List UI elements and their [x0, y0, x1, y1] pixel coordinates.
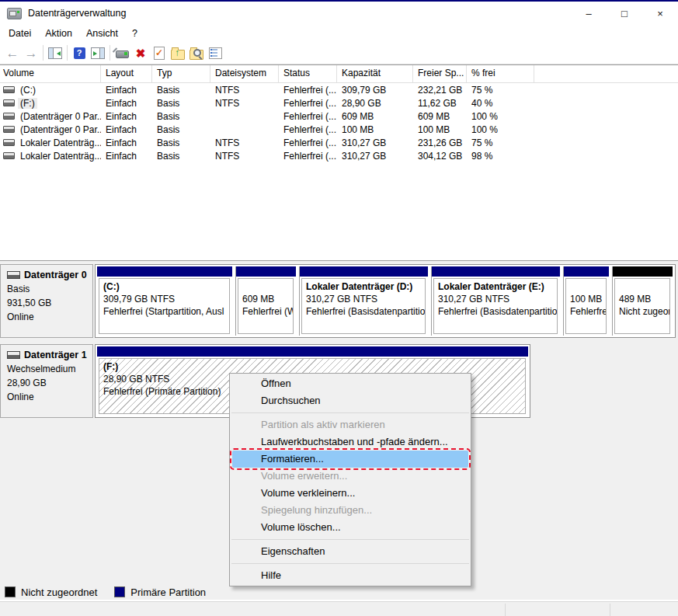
table-row[interactable]: (Datenträger 0 Par... Einfach Basis Fehl…	[0, 110, 678, 123]
volume-name: Lokaler Datenträg...	[18, 151, 101, 162]
menu-item-partition-aktiv: Partition als aktiv markieren	[230, 416, 471, 433]
menu-item-oeffnen[interactable]: Öffnen	[230, 375, 471, 392]
close-button[interactable]: ×	[642, 2, 678, 25]
disk-type: Wechselmedium	[7, 364, 92, 374]
menu-aktion[interactable]: Aktion	[38, 26, 79, 40]
cell-typ: Basis	[152, 85, 210, 96]
cell-kapazitaet: 310,27 GB	[337, 151, 413, 162]
partition-recovery-609mb[interactable]: 609 MB Fehlerfrei (Wi	[235, 266, 296, 336]
cell-freier-sp: 231,26 GB	[413, 137, 467, 148]
column-header-volume[interactable]: Volume	[0, 65, 101, 82]
volume-name: (Datenträger 0 Par...	[18, 111, 101, 122]
device-magnifier-icon[interactable]	[113, 44, 131, 61]
minimize-button[interactable]: –	[571, 2, 607, 25]
cell-freier-sp: 232,21 GB	[413, 85, 467, 96]
menu-ansicht[interactable]: Ansicht	[79, 26, 125, 40]
folder-magnifier-icon[interactable]	[187, 44, 206, 61]
menu-item-laufwerkbuchstaben[interactable]: Laufwerkbuchstaben und -pfade ändern...	[230, 433, 471, 451]
help-icon[interactable]: ?	[70, 44, 89, 61]
column-header-kapazitaet[interactable]: Kapazität	[337, 65, 413, 82]
volume-name: (F:)	[18, 98, 37, 109]
cell-prozent-frei: 100 %	[467, 124, 534, 135]
cell-prozent-frei: 100 %	[467, 111, 534, 122]
window-title: Datenträgerverwaltung	[28, 8, 126, 19]
cell-layout: Einfach	[101, 151, 152, 162]
table-row-c[interactable]: (C:) Einfach Basis NTFS Fehlerfrei (... …	[0, 83, 678, 96]
cell-prozent-frei: 75 %	[467, 85, 534, 96]
disk-size: 28,90 GB	[7, 378, 92, 388]
partition-e[interactable]: Lokaler Datenträger (E:) 310,27 GB NTFS …	[431, 266, 560, 336]
disk-1-info-panel[interactable]: Datenträger 1 Wechselmedium 28,90 GB Onl…	[0, 344, 93, 418]
title-bar: Datenträgerverwaltung – □ ×	[0, 2, 678, 25]
disk-0-info-panel[interactable]: Datenträger 0 Basis 931,50 GB Online	[0, 264, 93, 338]
menu-item-volume-verkleinern[interactable]: Volume verkleinern...	[230, 485, 471, 502]
table-row[interactable]: (Datenträger 0 Par... Einfach Basis Fehl…	[0, 123, 678, 136]
cell-layout: Einfach	[101, 85, 152, 96]
cell-kapazitaet: 310,27 GB	[337, 137, 413, 148]
primary-partition-bar	[97, 266, 232, 277]
table-row[interactable]: Lokaler Datenträg... Einfach Basis NTFS …	[0, 149, 678, 162]
maximize-button[interactable]: □	[607, 2, 642, 25]
cell-layout: Einfach	[101, 137, 152, 148]
menu-item-volume-loeschen[interactable]: Volume löschen...	[230, 519, 471, 536]
table-row[interactable]: Lokaler Datenträg... Einfach Basis NTFS …	[0, 136, 678, 149]
cell-typ: Basis	[152, 111, 210, 122]
cell-status: Fehlerfrei (...	[279, 98, 337, 109]
menu-datei[interactable]: Datei	[2, 26, 38, 40]
disk-0-strip: (C:) 309,79 GB NTFS Fehlerfrei (Startpar…	[95, 264, 676, 338]
cell-kapazitaet: 100 MB	[337, 124, 413, 135]
cell-freier-sp: 11,62 GB	[413, 98, 467, 109]
cell-layout: Einfach	[101, 124, 152, 135]
menu-separator	[231, 412, 469, 413]
volume-name: (C:)	[18, 85, 38, 96]
menu-item-hilfe[interactable]: Hilfe	[230, 567, 471, 584]
cell-status: Fehlerfrei (...	[279, 151, 337, 162]
partition-d[interactable]: Lokaler Datenträger (D:) 310,27 GB NTFS …	[299, 266, 428, 336]
disk-icon	[7, 351, 20, 359]
cell-dateisystem: NTFS	[210, 98, 279, 109]
column-header-freier-sp[interactable]: Freier Sp...	[413, 65, 467, 82]
menu-item-eigenschaften[interactable]: Eigenschaften	[230, 543, 471, 560]
menu-help[interactable]: ?	[125, 26, 144, 40]
forward-arrow-icon[interactable]: →	[22, 44, 40, 61]
cell-status: Fehlerfrei (...	[279, 124, 337, 135]
action-pane-icon[interactable]	[89, 44, 107, 61]
cell-typ: Basis	[152, 124, 210, 135]
volume-list-header: Volume Layout Typ Dateisystem Status Kap…	[0, 65, 678, 83]
console-tree-icon[interactable]	[46, 44, 64, 61]
legend-unallocated: Nicht zugeordnet	[5, 586, 97, 598]
column-header-layout[interactable]: Layout	[101, 65, 152, 82]
primary-partition-bar	[300, 266, 428, 277]
volume-icon	[3, 99, 15, 106]
checklist-icon[interactable]	[206, 44, 224, 61]
delete-volume-icon[interactable]: ✖	[131, 44, 150, 61]
column-header-prozent-frei[interactable]: % frei	[467, 65, 534, 82]
column-header-dateisystem[interactable]: Dateisystem	[210, 65, 279, 82]
status-bar	[0, 601, 678, 616]
legend-bar: Nicht zugeordnet Primäre Partition	[0, 584, 678, 600]
primary-partition-bar	[97, 346, 528, 357]
status-bar-divider	[505, 604, 506, 616]
volume-icon	[3, 126, 15, 133]
cell-prozent-frei: 75 %	[467, 137, 534, 148]
cell-prozent-frei: 40 %	[467, 98, 534, 109]
menu-separator	[231, 563, 469, 564]
cell-dateisystem: NTFS	[210, 137, 279, 148]
partition-c[interactable]: (C:) 309,79 GB NTFS Fehlerfrei (Startpar…	[97, 266, 232, 336]
cell-prozent-frei: 98 %	[467, 151, 534, 162]
cell-freier-sp: 609 MB	[413, 111, 467, 122]
back-arrow-icon[interactable]: ←	[3, 44, 22, 61]
page-check-icon[interactable]	[150, 44, 169, 61]
legend-label: Nicht zugeordnet	[21, 586, 97, 598]
menu-item-durchsuchen[interactable]: Durchsuchen	[230, 392, 471, 409]
column-header-status[interactable]: Status	[279, 65, 337, 82]
column-header-typ[interactable]: Typ	[152, 65, 210, 82]
disk-status: Online	[7, 311, 92, 322]
partition-unallocated[interactable]: 489 MB Nicht zugeor	[612, 266, 673, 336]
table-row-f[interactable]: (F:) Einfach Basis NTFS Fehlerfrei (... …	[0, 96, 678, 110]
menu-item-formatieren[interactable]: Formatieren...	[232, 451, 468, 468]
folder-up-icon[interactable]	[169, 44, 187, 61]
menu-item-spiegelung: Spiegelung hinzufügen...	[230, 502, 471, 519]
partition-100mb[interactable]: 100 MB Fehlerfre	[563, 266, 609, 336]
status-bar-divider	[610, 604, 610, 616]
